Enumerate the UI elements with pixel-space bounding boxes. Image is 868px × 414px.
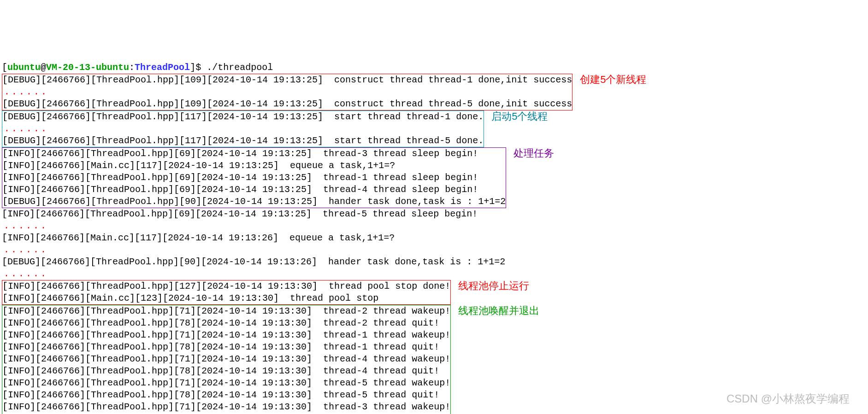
annotation-task: 处理任务 xyxy=(514,147,554,159)
annotation-stop: 线程池停止运行 xyxy=(458,280,529,292)
log-line: [INFO][2466766][ThreadPool.hpp][78][2024… xyxy=(2,342,439,352)
stop-block: [INFO][2466766][ThreadPool.hpp][127][202… xyxy=(2,280,451,305)
log-line: [INFO][2466766][ThreadPool.hpp][71][2024… xyxy=(2,354,450,364)
start-threads-block: [DEBUG][2466766][ThreadPool.hpp][117][20… xyxy=(2,111,484,147)
log-line: [INFO][2466766][ThreadPool.hpp][78][2024… xyxy=(2,318,439,328)
log-line: [DEBUG][2466766][ThreadPool.hpp][90][202… xyxy=(2,257,505,267)
log-line: [DEBUG][2466766][ThreadPool.hpp][109][20… xyxy=(2,75,572,85)
log-line: [INFO][2466766][ThreadPool.hpp][78][2024… xyxy=(2,390,439,400)
log-line: [INFO][2466766][ThreadPool.hpp][69][2024… xyxy=(2,148,478,159)
annotation-quit: 线程池唤醒并退出 xyxy=(458,305,539,317)
create-threads-block: [DEBUG][2466766][ThreadPool.hpp][109][20… xyxy=(2,74,573,111)
prompt-colon: : xyxy=(129,62,135,73)
log-line: [DEBUG][2466766][ThreadPool.hpp][90][202… xyxy=(2,196,506,207)
prompt-line: [ubuntu@VM-20-13-ubuntu:ThreadPool]$ ./t… xyxy=(2,62,273,73)
log-line: [INFO][2466766][Main.cc][123][2024-10-14… xyxy=(2,293,378,303)
task-block: [INFO][2466766][ThreadPool.hpp][69][2024… xyxy=(2,147,506,208)
log-line: [INFO][2466766][ThreadPool.hpp][71][2024… xyxy=(2,306,450,316)
ellipsis: ...... xyxy=(2,221,48,231)
log-line: [INFO][2466766][ThreadPool.hpp][71][2024… xyxy=(2,402,450,412)
ellipsis: ...... xyxy=(2,268,48,279)
terminal-output: [ubuntu@VM-20-13-ubuntu:ThreadPool]$ ./t… xyxy=(2,50,866,414)
prompt-path: ThreadPool xyxy=(135,62,190,73)
log-line: [INFO][2466766][ThreadPool.hpp][71][2024… xyxy=(2,378,450,388)
quit-block: [INFO][2466766][ThreadPool.hpp][71][2024… xyxy=(2,305,451,414)
prompt-bracket-close: ]$ xyxy=(190,62,207,73)
log-line: [DEBUG][2466766][ThreadPool.hpp][109][20… xyxy=(2,99,572,109)
log-line: [INFO][2466766][ThreadPool.hpp][69][2024… xyxy=(2,172,478,183)
log-line: [INFO][2466766][Main.cc][117][2024-10-14… xyxy=(2,233,395,243)
log-line: [DEBUG][2466766][ThreadPool.hpp][117][20… xyxy=(2,135,484,146)
log-line: [INFO][2466766][Main.cc][117][2024-10-14… xyxy=(2,160,395,171)
log-line: [DEBUG][2466766][ThreadPool.hpp][117][20… xyxy=(2,111,484,122)
log-line: [INFO][2466766][ThreadPool.hpp][69][2024… xyxy=(2,209,478,219)
annotation-start: 启动5个线程 xyxy=(491,111,548,122)
log-line: [INFO][2466766][ThreadPool.hpp][78][2024… xyxy=(2,366,439,376)
log-line: [INFO][2466766][ThreadPool.hpp][127][202… xyxy=(2,281,450,292)
annotation-create: 创建5个新线程 xyxy=(580,74,646,86)
ellipsis: ...... xyxy=(2,245,48,255)
ellipsis: ...... xyxy=(2,87,48,97)
command: ./threadpool xyxy=(207,62,273,73)
log-line: [INFO][2466766][ThreadPool.hpp][69][2024… xyxy=(2,184,478,195)
prompt-user: ubuntu xyxy=(7,62,41,73)
prompt-at: @ xyxy=(41,62,46,73)
prompt-bracket-open: [ xyxy=(2,62,7,73)
ellipsis: ...... xyxy=(2,123,48,134)
prompt-host: VM-20-13-ubuntu xyxy=(46,62,129,73)
log-line: [INFO][2466766][ThreadPool.hpp][71][2024… xyxy=(2,330,450,340)
